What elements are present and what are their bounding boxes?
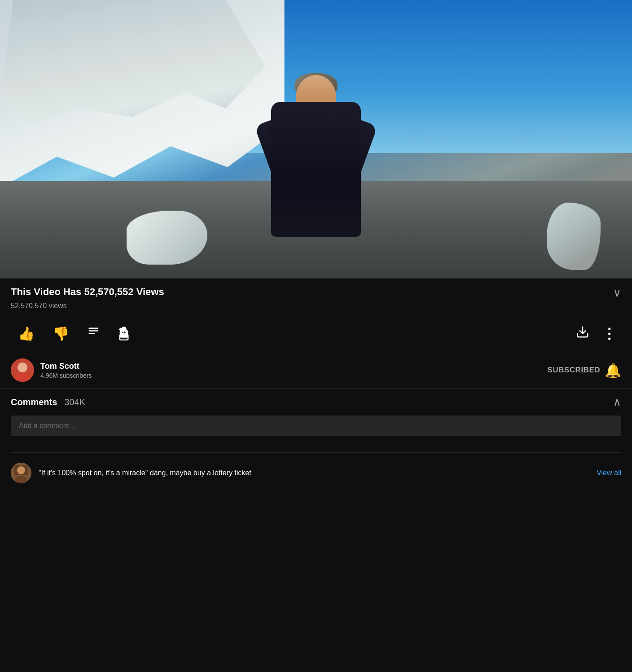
comment-input[interactable] xyxy=(11,416,621,436)
svg-rect-1 xyxy=(89,330,98,331)
video-views: 52,570,570 views xyxy=(11,302,621,310)
subscribe-button[interactable]: SUBSCRIBED xyxy=(548,366,600,375)
download-icon xyxy=(576,325,589,342)
collapse-icon[interactable]: ∧ xyxy=(613,396,621,408)
comments-count: 304K xyxy=(64,397,85,407)
avatar-image xyxy=(11,358,34,382)
svg-point-10 xyxy=(17,466,25,474)
notification-bell-button[interactable]: 🔔 xyxy=(605,363,621,378)
svg-point-6 xyxy=(18,363,27,372)
comments-section: Comments 304K ∧ xyxy=(0,389,632,452)
like-button[interactable]: 👍 xyxy=(11,323,42,345)
more-icon: ⋮ xyxy=(602,327,617,341)
share-button[interactable] xyxy=(110,322,137,345)
share-icon xyxy=(118,326,130,341)
save-icon xyxy=(87,326,100,341)
comments-header: Comments 304K ∧ xyxy=(11,396,621,408)
channel-subscribers: 4.96M subscribers xyxy=(40,372,548,379)
video-info: This Video Has 52,570,552 Views ∨ 52,570… xyxy=(0,279,632,315)
video-player[interactable] xyxy=(0,0,632,279)
channel-info: Tom Scott 4.96M subscribers xyxy=(40,362,548,379)
action-buttons-row: 👍 👎 xyxy=(0,315,632,352)
dislike-button[interactable]: 👎 xyxy=(45,323,76,345)
video-title: This Video Has 52,570,552 Views xyxy=(11,286,164,299)
comment-avatar xyxy=(11,463,31,483)
svg-rect-2 xyxy=(89,333,95,334)
dislike-icon: 👎 xyxy=(53,327,69,340)
comments-title-row: Comments 304K xyxy=(11,397,85,407)
comments-label: Comments xyxy=(11,397,57,407)
comment-input-row xyxy=(11,416,621,436)
download-button[interactable] xyxy=(571,321,594,346)
commenter-avatar-image xyxy=(11,463,31,483)
channel-row: Tom Scott 4.96M subscribers SUBSCRIBED 🔔 xyxy=(0,352,632,389)
save-button[interactable] xyxy=(80,322,107,345)
like-icon: 👍 xyxy=(18,327,35,340)
comments-list: "If it's 100% spot on, it's a miracle" d… xyxy=(0,453,632,495)
view-all-button[interactable]: View all xyxy=(597,469,621,477)
comment-row: "If it's 100% spot on, it's a miracle" d… xyxy=(11,458,621,488)
channel-name[interactable]: Tom Scott xyxy=(40,362,548,371)
bell-icon: 🔔 xyxy=(605,363,621,378)
channel-avatar[interactable] xyxy=(11,358,34,382)
svg-rect-0 xyxy=(89,328,98,330)
comment-text: "If it's 100% spot on, it's a miracle" d… xyxy=(39,468,589,478)
more-button[interactable]: ⋮ xyxy=(597,322,621,345)
expand-icon[interactable]: ∨ xyxy=(613,287,621,299)
person-in-video xyxy=(260,66,372,237)
